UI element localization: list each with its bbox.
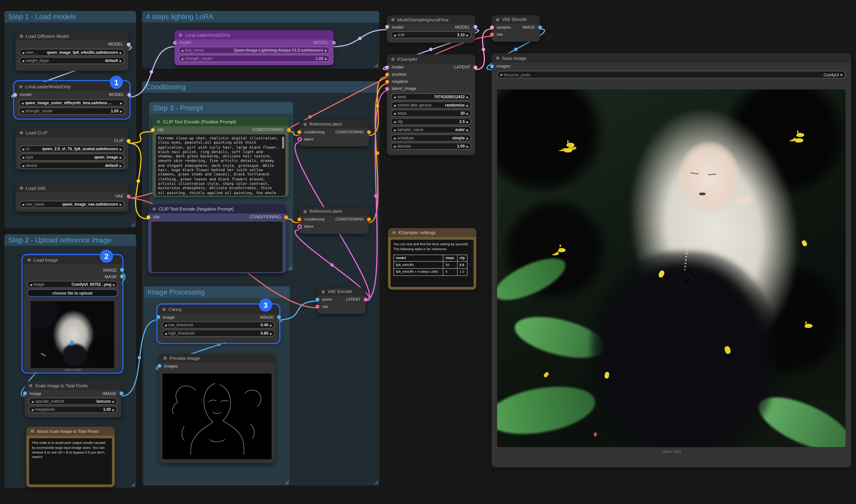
collapse-dot-icon[interactable] — [153, 207, 156, 211]
collapse-dot-icon[interactable] — [391, 57, 395, 61]
images-input-port[interactable] — [490, 64, 494, 68]
conditioning-output-port[interactable] — [367, 217, 371, 221]
collapse-dot-icon[interactable] — [20, 34, 23, 38]
collapse-dot-icon[interactable] — [179, 33, 182, 36]
collapse-dot-icon[interactable] — [391, 18, 395, 21]
clip-output-port[interactable] — [126, 139, 130, 143]
collapse-dot-icon[interactable] — [496, 56, 499, 60]
widget-strength-model[interactable]: strength_model1.00 — [19, 107, 125, 115]
node-about-scale-image-note[interactable]: About Scale Image to Total Pixels This n… — [26, 427, 115, 487]
image-output-port[interactable] — [277, 315, 281, 319]
image-input-port[interactable] — [156, 315, 160, 319]
group-step3-title[interactable]: Step 3 - Prompt — [149, 102, 293, 113]
model-output-port[interactable] — [126, 42, 130, 46]
model-input-port[interactable] — [385, 65, 389, 69]
model-input-port[interactable] — [385, 25, 389, 29]
model-input-port[interactable] — [13, 93, 17, 96]
textarea-scrollbar[interactable] — [282, 137, 284, 149]
samples-input-port[interactable] — [490, 25, 494, 29]
widget-sampler-name[interactable]: sampler_nameeuler — [391, 126, 471, 133]
collapse-dot-icon[interactable] — [303, 210, 307, 213]
widget-clip-name[interactable]: cli ...qwen_2.5_vl_7b_fp8_scaled.safeten… — [19, 145, 125, 153]
latent-output-port[interactable] — [473, 65, 477, 69]
pixels-input-port[interactable] — [315, 297, 319, 301]
group-step2-title[interactable]: Step 2 - Upload reference image — [4, 234, 136, 246]
node-clip-text-encode-negative[interactable]: CLIP Text Encode (Negative Prompt) clip … — [148, 204, 286, 273]
model-output-port[interactable] — [332, 40, 335, 44]
node-vae-encode[interactable]: VAE Encode pixels LATENT vae — [317, 287, 365, 314]
image-input-port[interactable] — [23, 391, 26, 395]
latent-input-port[interactable] — [297, 137, 301, 141]
widget-megapixels[interactable]: megapixels1.00 — [29, 406, 118, 413]
widget-upscale-method[interactable]: upscale_methodlanczos — [29, 398, 118, 405]
model-output-port[interactable] — [473, 25, 477, 29]
widget-weight-dtype[interactable]: weight_dtypedefault — [19, 57, 125, 64]
node-reference-latent-2[interactable]: ReferenceLatent conditioning CONDITIONIN… — [299, 208, 369, 234]
node-lora-lightning-bypassed[interactable]: LoraLoaderModelOnly model MODEL lora_nam… — [175, 30, 334, 65]
image-output-port[interactable] — [120, 268, 124, 272]
latent-input-port[interactable] — [297, 224, 301, 228]
collapse-dot-icon[interactable] — [20, 186, 23, 190]
collapse-dot-icon[interactable] — [20, 131, 23, 134]
conditioning-output-port[interactable] — [284, 215, 288, 219]
collapse-dot-icon[interactable] — [303, 123, 307, 126]
collapse-dot-icon[interactable] — [19, 85, 22, 88]
group-image-processing-title[interactable]: Image Processing — [144, 286, 290, 298]
widget-scheduler[interactable]: schedulersimple — [391, 134, 471, 142]
group-conditioning-title[interactable]: Conditioning — [142, 81, 379, 93]
widget-image-file[interactable]: imageComfyUI_00752_.png — [27, 281, 118, 288]
images-input-port[interactable] — [157, 364, 161, 368]
node-preview-image[interactable]: Preview Image images — [159, 354, 275, 463]
collapse-dot-icon[interactable] — [163, 357, 167, 360]
image-output-port[interactable] — [119, 391, 123, 395]
group-step1-title[interactable]: Step 1 - Load models — [4, 11, 136, 22]
node-load-image[interactable]: Load Image IMAGE MASK imageComfyUI_00752… — [23, 256, 122, 372]
clip-input-port[interactable] — [151, 128, 155, 132]
widget-lora-name[interactable]: qwen_image_union_diffsynth_lora.safetens… — [19, 99, 125, 107]
image-output-port[interactable] — [538, 25, 542, 29]
widget-clip-device[interactable]: devicedefault — [19, 162, 125, 169]
model-input-port[interactable] — [173, 40, 176, 44]
comfyui-node-canvas[interactable]: Step 1 - Load models 4 steps lighting Lo… — [0, 0, 856, 504]
widget-high-threshold[interactable]: high_threshold0.80 — [162, 330, 275, 337]
conditioning-input-port[interactable] — [297, 217, 301, 221]
latent-output-port[interactable] — [363, 297, 368, 301]
node-vae-decode[interactable]: VAE Decode samples IMAGE vae — [492, 15, 540, 42]
positive-prompt-textarea[interactable]: Extreme close-up shot, realistic digital… — [156, 134, 285, 196]
node-reference-latent-1[interactable]: ReferenceLatent conditioning CONDITIONIN… — [299, 120, 369, 146]
vae-input-port[interactable] — [490, 32, 494, 36]
group-4steps-lora-title[interactable]: 4 steps lighting LoRA — [142, 11, 379, 22]
collapse-dot-icon[interactable] — [162, 308, 166, 311]
widget-filename-prefix[interactable]: filename_prefix ComfyUI — [497, 71, 845, 78]
node-model-sampling-auraflow[interactable]: ModelSamplingAuraFlow model MODEL shift3… — [387, 15, 475, 43]
collapse-dot-icon[interactable] — [28, 258, 31, 262]
widget-cfg[interactable]: cfg2.5 — [391, 118, 471, 125]
conditioning-input-port[interactable] — [297, 130, 301, 134]
collapse-dot-icon[interactable] — [496, 18, 499, 21]
node-canny[interactable]: Canny image IMAGE low_threshold0.40 high… — [158, 305, 279, 342]
node-load-vae[interactable]: Load VAE VAE vae_nameqwen_image_vae.safe… — [15, 183, 128, 212]
latent-image-input-port[interactable] — [385, 87, 389, 91]
node-save-image[interactable]: Save Image images filename_prefix ComfyU… — [492, 53, 851, 467]
widget-shift[interactable]: shift3.10 — [391, 31, 471, 38]
node-ksampler[interactable]: KSampler model LATENT positive negative … — [387, 54, 475, 155]
vae-output-port[interactable] — [126, 194, 130, 198]
widget-denoise[interactable]: denoise1.00 — [391, 143, 471, 150]
widget-vae-name[interactable]: vae_nameqwen_image_vae.safetensors — [19, 201, 125, 208]
node-scale-image-to-total-pixels[interactable]: Scale Image to Total Pixels image IMAGE … — [25, 381, 121, 417]
vae-input-port[interactable] — [315, 305, 319, 308]
collapse-dot-icon[interactable] — [392, 231, 396, 234]
node-load-diffusion-model[interactable]: Load Diffusion Model MODEL unet ...qwen_… — [15, 31, 128, 71]
choose-file-to-upload-button[interactable]: choose file to upload — [27, 289, 118, 297]
model-output-port[interactable] — [127, 93, 131, 96]
negative-input-port[interactable] — [385, 79, 389, 83]
widget-steps[interactable]: steps20 — [391, 110, 471, 117]
widget-unet-name[interactable]: unet ...qwen_image_fp8_e4m3fn.safetensor… — [19, 49, 125, 56]
widget-strength-model[interactable]: strength_model1.00 — [178, 55, 330, 62]
collapse-dot-icon[interactable] — [29, 384, 32, 388]
collapse-dot-icon[interactable] — [157, 120, 160, 123]
node-ksampler-settings-note[interactable]: KSampler settings You can test and find … — [388, 228, 476, 290]
node-clip-text-encode-positive[interactable]: CLIP Text Encode (Positive Prompt) clip … — [153, 117, 289, 197]
clip-input-port[interactable] — [146, 215, 150, 219]
node-load-clip[interactable]: Load CLIP CLIP cli ...qwen_2.5_vl_7b_fp8… — [15, 128, 128, 169]
